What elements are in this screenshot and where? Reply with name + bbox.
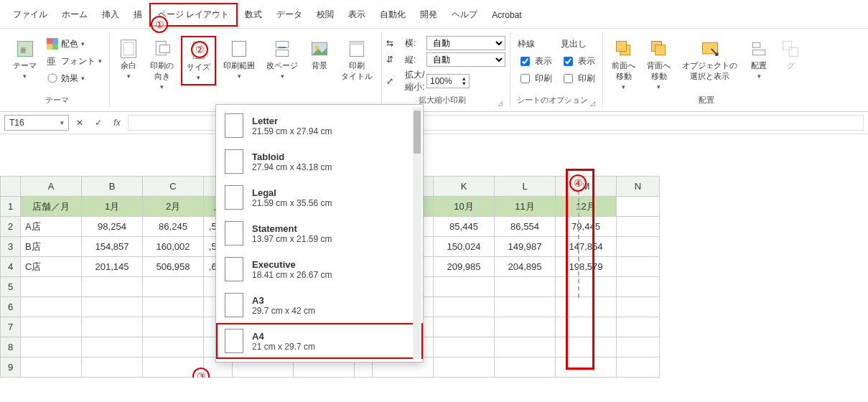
- cell[interactable]: [21, 297, 82, 317]
- cell[interactable]: 86,554: [495, 217, 556, 237]
- cell[interactable]: [617, 317, 660, 337]
- cell[interactable]: [21, 277, 82, 297]
- col-header[interactable]: A: [21, 177, 82, 197]
- cell[interactable]: [495, 317, 556, 337]
- tab-view[interactable]: 表示: [341, 4, 373, 25]
- align-button[interactable]: 配置 ▾: [745, 36, 773, 83]
- row-header[interactable]: 2: [1, 217, 21, 237]
- cell[interactable]: [434, 357, 495, 378]
- tab-developer[interactable]: 開発: [413, 4, 444, 25]
- cell[interactable]: 2月: [143, 197, 204, 217]
- colors-button[interactable]: 配色 ▾: [44, 36, 105, 52]
- size-option-legal[interactable]: Legal21.59 cm x 35.56 cm: [216, 179, 423, 215]
- cell[interactable]: 150,024: [434, 237, 495, 257]
- cell[interactable]: 98,254: [82, 217, 143, 237]
- row-header[interactable]: 9: [1, 357, 21, 378]
- gridlines-view-check[interactable]: 表示: [515, 53, 555, 69]
- margins-button[interactable]: 余白 ▾: [114, 36, 143, 83]
- group-objects-button[interactable]: グ: [776, 36, 805, 74]
- cell[interactable]: 11月: [495, 197, 556, 217]
- col-header[interactable]: L: [495, 177, 556, 197]
- cancel-formula-button[interactable]: ✕: [72, 115, 88, 131]
- tab-file[interactable]: ファイル: [6, 4, 55, 25]
- cell[interactable]: [434, 317, 495, 337]
- cell[interactable]: [143, 277, 204, 297]
- size-option-tabloid[interactable]: Tabloid27.94 cm x 43.18 cm: [216, 144, 423, 179]
- cell[interactable]: [617, 337, 660, 357]
- size-option-letter[interactable]: Letter21.59 cm x 27.94 cm: [216, 108, 423, 144]
- cell[interactable]: [434, 297, 495, 317]
- cell[interactable]: [495, 357, 556, 378]
- cell[interactable]: [143, 297, 204, 317]
- cell[interactable]: [434, 277, 495, 297]
- orientation-button[interactable]: 印刷の 向き ▾: [146, 36, 178, 93]
- tab-formulas[interactable]: 数式: [238, 4, 269, 25]
- headings-view-check[interactable]: 表示: [558, 53, 598, 69]
- cell[interactable]: [82, 337, 143, 357]
- cell[interactable]: [21, 357, 82, 378]
- cell[interactable]: 85,445: [434, 217, 495, 237]
- tab-automate[interactable]: 自動化: [373, 4, 413, 25]
- cell[interactable]: 154,857: [82, 237, 143, 257]
- tab-help[interactable]: ヘルプ: [444, 4, 485, 25]
- cell[interactable]: [143, 317, 204, 337]
- tab-review[interactable]: 校閲: [309, 4, 341, 25]
- col-header[interactable]: B: [82, 177, 143, 197]
- col-header[interactable]: N: [617, 177, 660, 197]
- col-header[interactable]: C: [143, 177, 204, 197]
- cell[interactable]: 86,245: [143, 217, 204, 237]
- row-header[interactable]: 8: [1, 337, 21, 357]
- cell[interactable]: [21, 317, 82, 337]
- row-header[interactable]: 6: [1, 297, 21, 317]
- cell[interactable]: [617, 217, 660, 237]
- cell[interactable]: [495, 337, 556, 357]
- size-option-statement[interactable]: Statement13.97 cm x 21.59 cm: [216, 215, 423, 251]
- cell[interactable]: [495, 297, 556, 317]
- cell[interactable]: 10月: [434, 197, 495, 217]
- row-header[interactable]: 5: [1, 277, 21, 297]
- cell[interactable]: 店舗／月: [21, 197, 82, 217]
- send-backward-button[interactable]: 背面へ 移動 ▾: [643, 36, 675, 93]
- enter-formula-button[interactable]: ✓: [90, 115, 106, 131]
- scrollbar[interactable]: [413, 108, 421, 359]
- row-header[interactable]: 3: [1, 237, 21, 257]
- effects-button[interactable]: 効果 ▾: [44, 70, 105, 86]
- print-area-button[interactable]: 印刷範囲 ▾: [219, 36, 259, 83]
- fonts-button[interactable]: 亜 フォント ▾: [44, 53, 105, 69]
- select-all-cell[interactable]: [1, 177, 21, 197]
- cell[interactable]: C店: [21, 257, 82, 277]
- group-scale-expand[interactable]: ◿: [498, 100, 505, 107]
- cell[interactable]: [143, 337, 204, 357]
- cell[interactable]: 209,985: [434, 257, 495, 277]
- tab-acrobat[interactable]: Acrobat: [485, 6, 528, 24]
- cell[interactable]: A店: [21, 217, 82, 237]
- width-select[interactable]: 自動: [426, 36, 505, 50]
- tab-home[interactable]: ホーム: [55, 4, 95, 25]
- size-option-a3[interactable]: A329.7 cm x 42 cm: [216, 287, 423, 323]
- print-titles-button[interactable]: 印刷 タイトル: [337, 36, 377, 85]
- cell[interactable]: 1月: [82, 197, 143, 217]
- bring-forward-button[interactable]: 前面へ 移動 ▾: [607, 36, 640, 93]
- cell[interactable]: [617, 277, 660, 297]
- group-sheet-options-expand[interactable]: ◿: [590, 100, 598, 107]
- height-select[interactable]: 自動: [426, 52, 505, 67]
- cell[interactable]: [82, 297, 143, 317]
- cell[interactable]: [617, 197, 660, 217]
- cell[interactable]: 160,002: [143, 237, 204, 257]
- cell[interactable]: [82, 277, 143, 297]
- cell[interactable]: [617, 237, 660, 257]
- headings-print-check[interactable]: 印刷: [558, 70, 598, 86]
- name-box[interactable]: T16 ▾: [4, 115, 69, 131]
- selection-pane-button[interactable]: オブジェクトの 選択と表示: [678, 36, 742, 85]
- row-header[interactable]: 7: [1, 317, 21, 337]
- background-button[interactable]: 背景: [305, 36, 334, 74]
- cell[interactable]: [82, 357, 143, 378]
- scale-spinner[interactable]: 100% ▴▾: [426, 74, 470, 88]
- cell[interactable]: [495, 277, 556, 297]
- cell[interactable]: 201,145: [82, 257, 143, 277]
- cell[interactable]: [617, 357, 660, 378]
- size-option-executive[interactable]: Executive18.41 cm x 26.67 cm: [216, 251, 423, 287]
- cell[interactable]: 149,987: [495, 237, 556, 257]
- scrollbar-thumb[interactable]: [414, 111, 421, 154]
- fx-button[interactable]: fx: [109, 115, 125, 131]
